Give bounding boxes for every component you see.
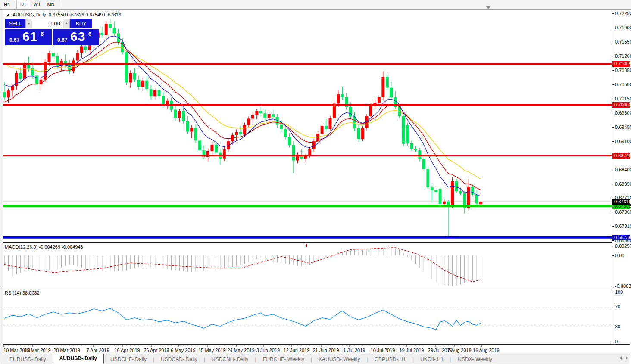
candle-body <box>426 169 429 187</box>
chart-tab-eurchf[interactable]: EURCHF-,Weekly <box>256 355 310 364</box>
price-label-0.66736: 0.66736 <box>612 235 630 240</box>
macd-indicator-pane[interactable]: MACD(12,26,9) -0.004269 -0.004943 <box>3 243 612 289</box>
date-tick-label: 16 Apr 2019 <box>114 348 140 353</box>
candle-body <box>434 190 437 192</box>
timeframe-button-h4[interactable]: H4 <box>0 0 14 9</box>
chart-tab-usdchf[interactable]: USDCHF-,Daily <box>104 355 153 364</box>
tab-scroll-right-icon[interactable] <box>626 356 628 360</box>
price-tick-mark <box>612 99 614 99</box>
candle-body <box>105 24 108 35</box>
candle-body <box>190 128 193 131</box>
candle-body <box>182 111 185 121</box>
candle-body <box>308 149 311 155</box>
candle-body <box>280 124 283 129</box>
chart-tab-usdcnh[interactable]: USDCNH-,Daily <box>205 355 255 364</box>
candle-body <box>7 90 10 97</box>
price-tick-mark <box>612 226 614 227</box>
mt4-application: H4D1W1MN AUDUSD-,Daily 0.67550 0.67626 0… <box>0 0 631 364</box>
pane-splitter[interactable] <box>3 289 630 289</box>
sell-price-pipette: 6 <box>41 31 44 37</box>
candle-body <box>369 105 372 116</box>
buy-price-big: 63 <box>70 29 85 44</box>
chart-tab-usdx[interactable]: USDX-,Weekly <box>451 355 499 364</box>
candle-body <box>162 96 165 104</box>
chart-window: AUDUSD-,Daily 0.67550 0.67626 0.67549 0.… <box>3 10 631 364</box>
price-tick-mark <box>612 212 614 212</box>
candle-body <box>145 81 148 89</box>
volume-input[interactable] <box>32 19 63 28</box>
candle-body <box>337 94 340 104</box>
chart-tab-bar: EURUSD-,DailyAUDUSD-,DailyUSDCHF-,Daily|… <box>3 354 630 364</box>
candle-body <box>284 129 287 137</box>
candle-body <box>153 90 156 96</box>
price-tick-mark <box>612 13 614 14</box>
candle-body <box>223 149 226 159</box>
tab-scroll-left-icon[interactable] <box>619 356 622 360</box>
price-tick-mark <box>612 56 614 56</box>
toolbar-collapse-chevron-icon[interactable] <box>486 6 490 9</box>
candle-body <box>431 187 434 190</box>
candle-body <box>35 75 38 84</box>
sell-quote-box[interactable]: 0.67 61 6 <box>5 29 52 45</box>
buy-price-pipette: 6 <box>88 31 91 37</box>
price-tick-label: 0.69100 <box>615 139 631 144</box>
candle-body <box>3 92 6 97</box>
date-tick-label: 12 Jun 2019 <box>284 348 310 353</box>
candle-body <box>475 195 478 204</box>
chart-tab-ukoil[interactable]: UKOil-,H1 <box>414 355 450 364</box>
rsi-tick-label: 100 <box>615 289 623 295</box>
one-click-panel-toggle-icon[interactable] <box>6 14 10 16</box>
candle-body <box>459 191 462 193</box>
volume-increase-button[interactable] <box>63 19 70 28</box>
price-chart-pane[interactable]: AUDUSD-,Daily 0.67550 0.67626 0.67549 0.… <box>3 10 612 242</box>
price-axis[interactable]: 0.722500.719000.715500.712000.708500.705… <box>612 10 630 344</box>
chart-tab-audusd[interactable]: AUDUSD-,Daily <box>53 354 104 364</box>
timeframe-button-w1[interactable]: W1 <box>30 0 44 9</box>
candle-body <box>243 125 246 134</box>
symbol-label: AUDUSD-,Daily <box>12 12 46 17</box>
price-tick-label: 0.67360 <box>615 209 631 215</box>
date-tick-label: 10 Jul 2019 <box>371 348 395 353</box>
macd-tick-mark <box>612 255 614 256</box>
chart-tab-gbpusd[interactable]: GBPUSD-,H1 <box>368 355 412 364</box>
chart-tab-xauusd[interactable]: XAUUSD-,Weekly <box>312 355 366 364</box>
candle-body <box>341 94 344 97</box>
candle-body <box>402 116 405 144</box>
candle-body <box>443 202 446 204</box>
candles <box>3 19 482 236</box>
candle-body <box>178 111 181 118</box>
rsi-plot[interactable] <box>3 289 612 344</box>
date-tick-label: 19 Jul 2019 <box>400 348 424 353</box>
candle-body <box>19 73 22 79</box>
date-axis[interactable]: 10 Mar 201919 Mar 201928 Mar 20197 Apr 2… <box>3 344 630 354</box>
price-tick-label: 0.69450 <box>615 124 631 130</box>
timeframe-button-mn[interactable]: MN <box>44 0 58 9</box>
sell-price-prefix: 0.67 <box>9 37 19 43</box>
sell-button[interactable]: SELL <box>5 19 25 28</box>
buy-button[interactable]: BUY <box>70 19 92 28</box>
chart-tab-usdcad[interactable]: USDCAD-,Daily <box>154 355 204 364</box>
chart-tab-eurusd[interactable]: EURUSD-,Daily <box>3 355 53 364</box>
timeframe-button-d1[interactable]: D1 <box>16 0 30 9</box>
price-tick-label: 0.70150 <box>615 96 631 102</box>
open-value: 0.67550 <box>49 12 66 17</box>
candle-body <box>471 187 474 195</box>
price-tick-mark <box>612 240 614 241</box>
date-tick-label: 15 May 2019 <box>198 348 226 353</box>
candle-body <box>325 126 328 129</box>
macd-plot[interactable] <box>3 243 612 289</box>
candle-body <box>447 202 450 205</box>
volume-decrease-button[interactable] <box>25 19 32 28</box>
price-tick-mark <box>612 127 614 128</box>
high-value: 0.67626 <box>67 12 84 17</box>
candle-body <box>27 65 30 68</box>
triangle-down-icon <box>28 23 30 25</box>
date-tick-label: 26 Apr 2019 <box>144 348 169 353</box>
buy-quote-box[interactable]: 0.67 63 6 <box>53 29 99 45</box>
rsi-tick-mark <box>612 307 614 307</box>
candle-body <box>174 110 177 118</box>
macd-signal-line <box>4 248 481 282</box>
price-tick-mark <box>612 184 614 184</box>
macd-tick-mark <box>612 286 614 286</box>
rsi-indicator-pane[interactable]: RSI(14) 38.0082 <box>3 289 612 344</box>
